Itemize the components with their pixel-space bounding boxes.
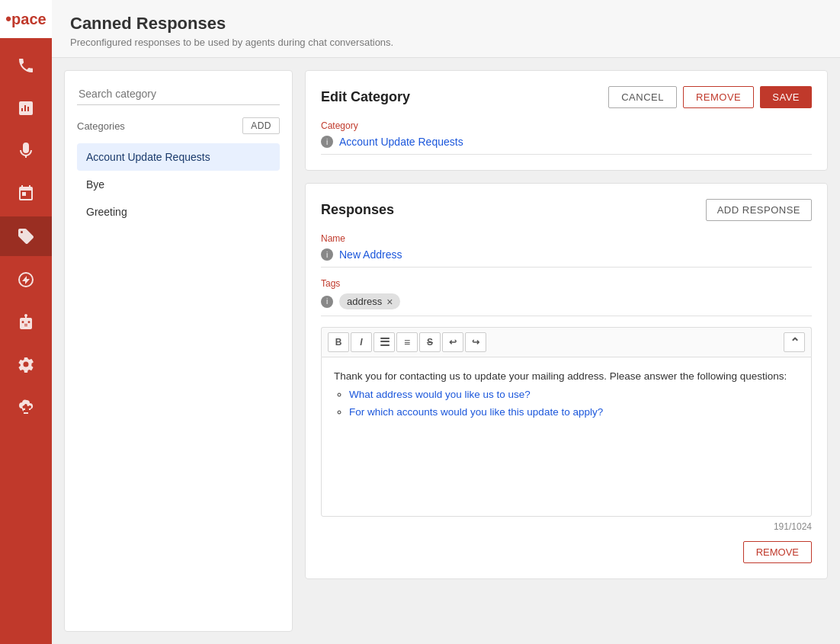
expand-button[interactable]: ⌃ (784, 332, 805, 352)
redo-button[interactable]: ↪ (465, 332, 486, 352)
bullet-link-1[interactable]: What address would you like us to use? (349, 389, 531, 400)
category-item-bye[interactable]: Bye (77, 171, 280, 198)
analytics-icon (17, 99, 35, 117)
bold-button[interactable]: B (328, 332, 349, 352)
responses-card: Responses ADD RESPONSE Name i New Addres… (305, 183, 828, 579)
char-count: 191/1024 (321, 521, 812, 532)
tags-info-icon: i (321, 296, 333, 308)
categories-header: Categories ADD (77, 117, 280, 134)
page-title: Canned Responses (70, 14, 822, 34)
editor-line1: Thank you for contacting us to update yo… (334, 370, 787, 382)
sidebar-item-settings[interactable] (0, 344, 52, 384)
response-name-field: Name i New Address (321, 233, 812, 268)
category-info-icon: i (321, 136, 333, 148)
cancel-button[interactable]: CANCEL (608, 86, 677, 108)
categories-label: Categories (77, 120, 125, 132)
sidebar-item-voice[interactable] (0, 131, 52, 171)
sidebar: • pace (0, 0, 52, 644)
sidebar-item-analytics[interactable] (0, 88, 52, 128)
undo-button[interactable]: ↩ (442, 332, 463, 352)
response-footer: REMOVE (321, 541, 812, 563)
editor-bullet-1: What address would you like us to use? (349, 386, 799, 403)
sidebar-item-ai[interactable] (0, 387, 52, 427)
bullet-link-2[interactable]: For which accounts would you like this u… (349, 406, 603, 418)
toolbar-left: B I ☰ ≡ S ↩ ↪ (328, 332, 486, 352)
edit-category-actions: CANCEL REMOVE SAVE (608, 86, 812, 108)
settings-icon (17, 355, 35, 373)
add-category-button[interactable]: ADD (242, 117, 280, 134)
response-editor[interactable]: Thank you for contacting us to update yo… (321, 357, 812, 517)
logo-text: pace (11, 11, 46, 28)
name-info-icon: i (321, 248, 333, 261)
name-field-value: i New Address (321, 248, 812, 268)
sidebar-nav (0, 38, 52, 427)
italic-button[interactable]: I (351, 332, 372, 352)
name-text: New Address (339, 248, 402, 261)
calendar-icon (17, 184, 35, 203)
edit-category-card: Edit Category CANCEL REMOVE SAVE Categor… (305, 70, 828, 171)
edit-category-title: Edit Category (321, 89, 410, 105)
logo-symbol: • (5, 9, 11, 29)
category-item-greeting[interactable]: Greeting (77, 198, 280, 226)
category-field-value: i Account Update Requests (321, 136, 812, 155)
editor-bullet-2: For which accounts would you like this u… (349, 404, 799, 421)
connections-icon (17, 270, 35, 288)
responses-header: Responses ADD RESPONSE (321, 199, 812, 221)
page-header: Canned Responses Preconfigured responses… (52, 0, 840, 58)
bot-icon (17, 312, 35, 331)
search-input[interactable] (77, 83, 280, 105)
editor-list: What address would you like us to use? F… (334, 386, 799, 421)
unordered-list-button[interactable]: ☰ (374, 332, 395, 352)
app-logo: • pace (0, 0, 52, 38)
name-field-label: Name (321, 233, 812, 244)
category-list: Account Update Requests Bye Greeting (77, 143, 280, 226)
sidebar-item-connections[interactable] (0, 259, 52, 299)
phone-icon (17, 56, 35, 75)
edit-category-header: Edit Category CANCEL REMOVE SAVE (321, 86, 812, 108)
content-area: Categories ADD Account Update Requests B… (52, 58, 840, 644)
remove-category-button[interactable]: REMOVE (683, 86, 754, 108)
response-tags-field: Tags i address × (321, 278, 812, 316)
tag-chip-address: address × (339, 293, 400, 309)
page-subtitle: Preconfigured responses to be used by ag… (70, 37, 822, 48)
responses-title: Responses (321, 202, 394, 218)
category-field: Category i Account Update Requests (321, 120, 812, 155)
category-field-label: Category (321, 120, 812, 131)
sidebar-item-calendar[interactable] (0, 174, 52, 213)
brain-icon (17, 398, 35, 416)
tags-icon (17, 227, 35, 245)
sidebar-item-phone[interactable] (0, 46, 52, 85)
left-panel: Categories ADD Account Update Requests B… (64, 70, 293, 632)
add-response-button[interactable]: ADD RESPONSE (706, 199, 812, 221)
main-content: Canned Responses Preconfigured responses… (52, 0, 840, 644)
microphone-icon (17, 142, 35, 160)
tag-label: address (347, 296, 382, 307)
category-value-text: Account Update Requests (339, 136, 463, 148)
sidebar-item-canned-responses[interactable] (0, 216, 52, 256)
remove-response-button[interactable]: REMOVE (743, 541, 812, 563)
toolbar-right: ⌃ (784, 332, 805, 352)
tag-remove-button[interactable]: × (386, 296, 393, 307)
sidebar-item-bot[interactable] (0, 302, 52, 341)
save-button[interactable]: SAVE (760, 86, 812, 108)
category-item-account-update[interactable]: Account Update Requests (77, 143, 280, 171)
tags-row: i address × (321, 293, 812, 316)
tags-field-label: Tags (321, 278, 812, 289)
editor-toolbar: B I ☰ ≡ S ↩ ↪ ⌃ (321, 327, 812, 357)
strikethrough-button[interactable]: S (419, 332, 441, 352)
ordered-list-button[interactable]: ≡ (396, 332, 418, 352)
right-panel: Edit Category CANCEL REMOVE SAVE Categor… (305, 70, 828, 632)
